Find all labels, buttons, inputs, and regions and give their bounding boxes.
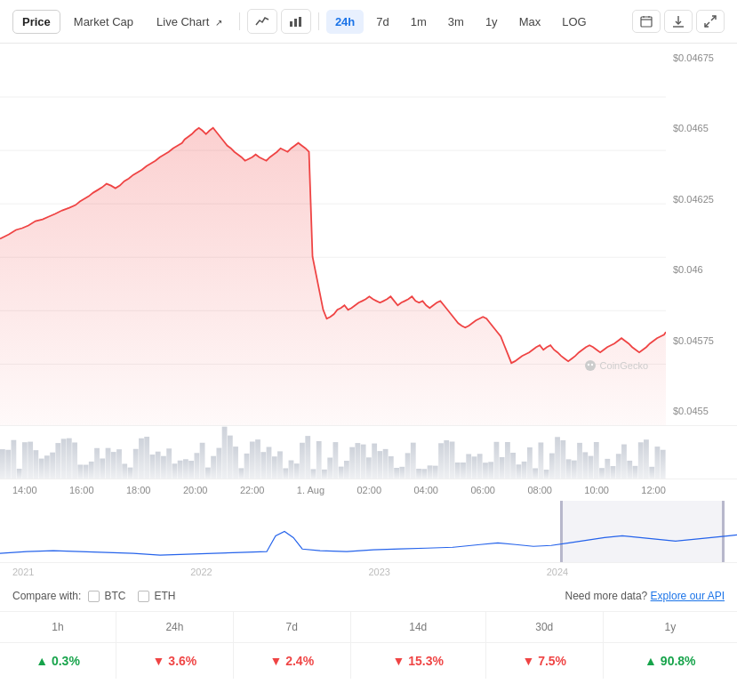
x-label-7: 04:00 [413, 485, 438, 495]
divider [239, 12, 240, 30]
api-link-container: Need more data? Explore our API [565, 590, 725, 602]
tab-price[interactable]: Price [12, 10, 60, 34]
btc-compare[interactable]: BTC [88, 590, 125, 602]
svg-rect-40 [111, 452, 116, 479]
expand-icon-btn[interactable] [696, 10, 725, 33]
time-7d[interactable]: 7d [367, 10, 397, 34]
stats-header-1y[interactable]: 1y [603, 612, 737, 643]
eth-label: ETH [154, 590, 175, 602]
svg-rect-104 [466, 454, 471, 479]
eth-compare[interactable]: ETH [138, 590, 175, 602]
svg-rect-35 [84, 465, 89, 479]
x-label-1: 16:00 [69, 485, 94, 495]
svg-rect-123 [572, 461, 577, 479]
download-icon-btn[interactable] [664, 10, 693, 33]
line-chart-icon [255, 14, 269, 28]
main-chart[interactable]: $0.04675 $0.0465 $0.04625 $0.046 $0.0457… [0, 44, 737, 426]
svg-rect-113 [517, 464, 522, 479]
bar-chart-icon-btn[interactable] [281, 9, 311, 34]
svg-rect-111 [505, 442, 510, 479]
x-label-9: 08:00 [527, 485, 552, 495]
expand-icon [704, 15, 717, 28]
price-chart-svg [0, 44, 666, 425]
time-1m[interactable]: 1m [402, 10, 436, 34]
svg-rect-91 [394, 468, 399, 479]
eth-checkbox[interactable] [138, 591, 149, 602]
download-icon [672, 15, 685, 28]
svg-rect-83 [349, 447, 355, 479]
svg-point-17 [585, 360, 596, 371]
svg-rect-87 [372, 444, 377, 479]
compare-row: Compare with: BTC ETH Need more data? Ex… [0, 581, 737, 612]
svg-rect-103 [461, 463, 466, 479]
svg-rect-105 [472, 456, 477, 479]
explore-api-link[interactable]: Explore our API [651, 590, 725, 602]
svg-rect-68 [267, 447, 272, 479]
bar-chart-icon [289, 14, 303, 28]
compare-label: Compare with: [12, 590, 81, 602]
svg-rect-130 [611, 466, 616, 479]
stats-header-30d[interactable]: 30d [485, 612, 603, 643]
chart-header: Price Market Cap Live Chart ↗ 24h 7d 1m … [0, 0, 737, 44]
svg-rect-50 [166, 448, 172, 479]
svg-rect-43 [128, 468, 133, 479]
api-text: Need more data? [565, 590, 648, 602]
line-chart-icon-btn[interactable] [247, 9, 277, 34]
svg-rect-102 [455, 463, 461, 479]
mini-x-2023: 2023 [369, 567, 390, 577]
svg-rect-62 [233, 447, 238, 479]
stats-header-24h[interactable]: 24h [116, 612, 234, 643]
svg-rect-109 [494, 442, 500, 479]
svg-rect-89 [383, 449, 389, 479]
svg-rect-138 [655, 447, 661, 479]
svg-rect-54 [188, 461, 194, 479]
svg-rect-90 [389, 456, 394, 479]
svg-rect-32 [67, 439, 72, 479]
svg-rect-134 [633, 466, 638, 479]
svg-rect-27 [39, 459, 44, 479]
mini-x-2024: 2024 [547, 567, 568, 577]
svg-rect-106 [477, 454, 483, 479]
svg-rect-98 [433, 466, 438, 479]
tab-live-chart[interactable]: Live Chart ↗ [147, 10, 232, 34]
stats-header-7d[interactable]: 7d [233, 612, 350, 643]
time-log[interactable]: LOG [553, 10, 595, 34]
volume-chart-svg [0, 426, 666, 479]
btc-checkbox[interactable] [88, 591, 100, 602]
time-1y[interactable]: 1y [477, 10, 507, 34]
svg-rect-30 [55, 443, 60, 479]
svg-rect-117 [538, 442, 543, 479]
svg-rect-110 [500, 457, 505, 479]
svg-rect-37 [94, 448, 100, 479]
svg-rect-140 [560, 501, 725, 562]
stats-header-1h[interactable]: 1h [0, 612, 116, 643]
svg-line-9 [711, 16, 716, 20]
svg-rect-24 [22, 442, 28, 479]
svg-rect-96 [421, 469, 427, 479]
coingecko-watermark: CoinGecko [584, 359, 648, 372]
time-max[interactable]: Max [510, 10, 550, 34]
svg-rect-0 [290, 21, 292, 27]
chart-container: $0.04675 $0.0465 $0.04625 $0.046 $0.0457… [0, 44, 737, 679]
price-labels: $0.04675 $0.0465 $0.04625 $0.046 $0.0457… [666, 44, 737, 425]
svg-rect-115 [527, 447, 533, 479]
time-24h[interactable]: 24h [326, 10, 364, 34]
svg-rect-41 [116, 449, 122, 479]
price-label-5: $0.04575 [673, 335, 730, 346]
stats-7d: ▼ 2.4% [233, 643, 350, 680]
stats-header-14d[interactable]: 14d [350, 612, 485, 643]
time-3m[interactable]: 3m [439, 10, 473, 34]
svg-rect-93 [405, 453, 411, 479]
x-label-2: 18:00 [126, 485, 151, 495]
x-label-8: 06:00 [470, 485, 495, 495]
svg-rect-42 [122, 463, 127, 479]
svg-rect-53 [183, 459, 188, 479]
btc-label: BTC [104, 590, 125, 602]
calendar-icon-btn[interactable] [632, 10, 661, 33]
svg-rect-3 [641, 17, 652, 27]
mini-x-axis: 2021 2022 2023 2024 [0, 563, 737, 581]
svg-rect-129 [605, 459, 610, 479]
tab-market-cap[interactable]: Market Cap [64, 10, 143, 34]
svg-rect-67 [260, 452, 266, 479]
mini-chart[interactable] [0, 501, 737, 563]
